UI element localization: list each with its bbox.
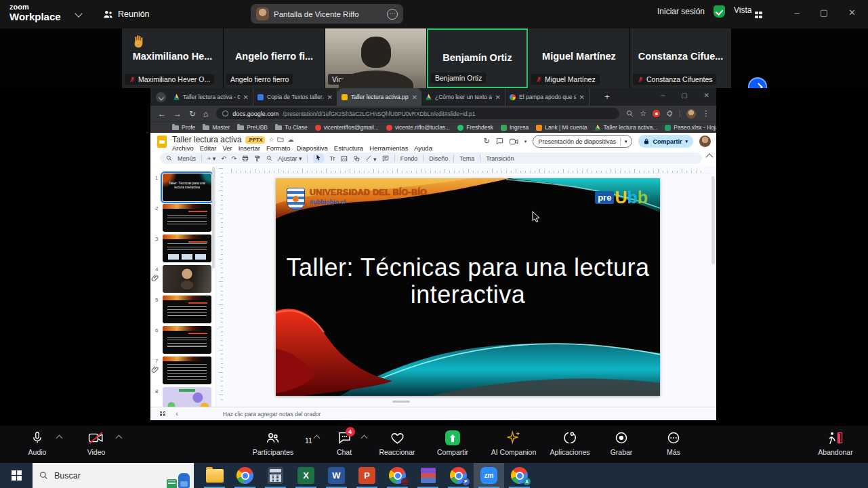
shared-screen-pill[interactable]: Pantalla de Vicente Riffo ⋯ [251, 4, 403, 24]
share-button[interactable]: Compartir ▾ [638, 135, 693, 148]
browser-tab-active[interactable]: Taller lectura activa.pptx - Pres✕ [337, 88, 421, 106]
insert-line-icon[interactable]: ▾ [365, 155, 377, 163]
cloud-status-icon[interactable]: ☁ [287, 136, 293, 143]
current-slide[interactable]: UNIVERSIDAD DEL BÍO-BÍO #ubbiobio.cl pre… [276, 178, 660, 396]
collapse-toolbar-icon[interactable] [705, 153, 713, 161]
fit-zoom-dropdown[interactable]: Ajustar ▾ [278, 155, 302, 162]
theme-button[interactable]: Tema [459, 155, 474, 162]
taskbar-chrome-profile-a[interactable]: A [504, 463, 535, 488]
menu-herramientas[interactable]: Herramientas [369, 144, 408, 152]
chrome-close-button[interactable]: ✕ [704, 92, 709, 99]
start-button[interactable] [0, 463, 33, 488]
bookmark-folder[interactable]: Tu Clase [275, 124, 308, 131]
more-button[interactable]: Más [643, 430, 704, 456]
menu-insertar[interactable]: Insertar [239, 144, 260, 152]
bookmark-folder[interactable]: Master [203, 124, 230, 131]
leave-button[interactable]: Abandonar [805, 430, 866, 456]
browser-tab[interactable]: El pampa apodo que significa✕ [505, 88, 590, 106]
bookmark-folder[interactable]: Profe [172, 124, 195, 131]
close-tab-icon[interactable]: ✕ [579, 94, 585, 101]
taskbar-word[interactable]: W [321, 463, 352, 488]
insert-shape-icon[interactable] [353, 155, 360, 162]
bookmark-item[interactable]: vicente.riffo@tuclas... [386, 124, 450, 131]
taskbar-zoom-active[interactable]: zm [474, 463, 504, 488]
slide-thumbnail-1[interactable]: Taller: Técnicas para una lectura intera… [163, 174, 211, 201]
taskbar-search-box[interactable]: Buscar [33, 463, 194, 488]
taskbar-winrar[interactable] [413, 463, 443, 488]
participant-tile[interactable]: Angelo fierro fi... Angelo fierro fierro [224, 28, 325, 88]
chrome-minimize-button[interactable]: – [661, 92, 665, 99]
taskbar-calculator[interactable] [260, 463, 291, 488]
canvas-vertical-scrollbar[interactable] [711, 176, 715, 264]
tab-search-icon[interactable] [156, 92, 166, 102]
menu-archivo[interactable]: Archivo [172, 144, 194, 152]
menu-ayuda[interactable]: Ayuda [414, 144, 432, 152]
speaker-notes-placeholder[interactable]: Haz clic para agregar notas del orador [223, 411, 321, 418]
audio-button[interactable]: Audio [7, 430, 68, 456]
close-button[interactable]: ✕ [848, 8, 856, 17]
menu-estructura[interactable]: Estructura [334, 144, 363, 152]
video-options-chevron[interactable] [116, 435, 123, 442]
menu-formato[interactable]: Formato [266, 144, 290, 152]
site-info-icon[interactable] [222, 110, 228, 117]
zoom-page-icon[interactable] [626, 110, 634, 117]
canvas-horizontal-scrollbar[interactable] [392, 401, 410, 403]
paint-format-icon[interactable] [254, 155, 261, 162]
zoom-icon[interactable] [266, 155, 272, 161]
participant-tile-active-speaker[interactable]: Benjamín Ortiz Benjamín Ortiz [427, 28, 528, 88]
bookmark-star-icon[interactable]: ☆ [640, 109, 646, 118]
slide-thumbnail-8[interactable] [163, 387, 211, 407]
bookmark-item[interactable]: Taller lectura activa... [594, 124, 657, 131]
close-tab-icon[interactable]: ✕ [327, 94, 333, 101]
audio-options-chevron[interactable] [56, 435, 63, 442]
back-icon[interactable]: ← [158, 110, 166, 118]
select-cursor-button[interactable] [313, 154, 324, 163]
bookmark-item[interactable]: Ingresa [501, 124, 529, 131]
participant-tile-video[interactable]: Vicente Riffo [325, 28, 426, 88]
new-tab-button[interactable]: + [602, 92, 613, 102]
filmstrip-scrollbar[interactable] [212, 167, 215, 268]
taskbar-chrome-profile-p[interactable]: P [443, 463, 474, 488]
address-bar[interactable]: docs.google.com /presentation/d/1efGKzSh… [216, 108, 619, 119]
bookmark-item[interactable]: Freshdesk [457, 124, 493, 131]
security-shield-icon[interactable] [714, 5, 725, 18]
participant-tile[interactable]: Constanza Cifue... Constanza Cifuentes [630, 28, 731, 88]
browser-tab[interactable]: Copia de Textos taller.docx - D✕ [253, 88, 337, 106]
maximize-button[interactable]: ▢ [820, 8, 828, 17]
browser-tab[interactable]: ¿Cómo leer un texto aplicando✕ [421, 88, 505, 106]
close-tab-icon[interactable]: ✕ [495, 94, 501, 101]
slide-thumbnail-7[interactable] [163, 357, 211, 384]
slide-thumbnail-3[interactable] [163, 235, 211, 262]
comments-icon[interactable] [496, 138, 503, 145]
chevron-down-icon[interactable]: ▾ [685, 139, 688, 144]
taskbar-file-explorer[interactable] [199, 463, 230, 488]
insert-comment-icon[interactable] [382, 155, 389, 162]
slide-thumbnail-6[interactable] [163, 326, 211, 354]
ai-companion-button[interactable]: AI Companion [483, 430, 544, 456]
menu-editar[interactable]: Editar [200, 144, 217, 152]
chevron-down-icon[interactable] [75, 9, 82, 17]
taskbar-chrome-profile-2[interactable] [382, 463, 413, 488]
search-icon[interactable] [166, 155, 172, 161]
menu-diapositiva[interactable]: Diapositiva [296, 144, 327, 152]
undo-icon[interactable]: ↶ [221, 155, 226, 162]
share-screen-button[interactable]: Compartir [422, 430, 483, 456]
close-tab-icon[interactable]: ✕ [412, 94, 417, 101]
taskbar-chrome[interactable] [230, 463, 260, 488]
bookmark-item[interactable]: Paseo.xlsx - Hojas d... [665, 124, 716, 131]
tab-meeting[interactable]: Reunión [103, 7, 150, 22]
menus-search-label[interactable]: Menús [178, 155, 196, 162]
slide-thumbnail-5[interactable] [163, 296, 211, 323]
chat-button[interactable]: 4 Chat [314, 430, 375, 456]
collapse-filmstrip-icon[interactable]: ‹ [176, 410, 178, 418]
chevron-down-icon[interactable]: ▾ [625, 139, 627, 144]
transition-button[interactable]: Transición [486, 155, 514, 162]
redo-icon[interactable]: ↷ [232, 155, 237, 162]
browser-tab[interactable]: Taller lectura activa - Google D✕ [169, 88, 253, 106]
participant-tile[interactable]: Maximiliano He... Maximiliano Hever O... [122, 28, 223, 88]
view-button[interactable]: Vista [734, 5, 762, 18]
background-button[interactable]: Fondo [400, 155, 418, 162]
chevron-down-icon[interactable]: ▾ [524, 139, 527, 144]
meet-camera-icon[interactable] [510, 138, 518, 145]
new-slide-button[interactable]: + ▾ [207, 155, 215, 162]
